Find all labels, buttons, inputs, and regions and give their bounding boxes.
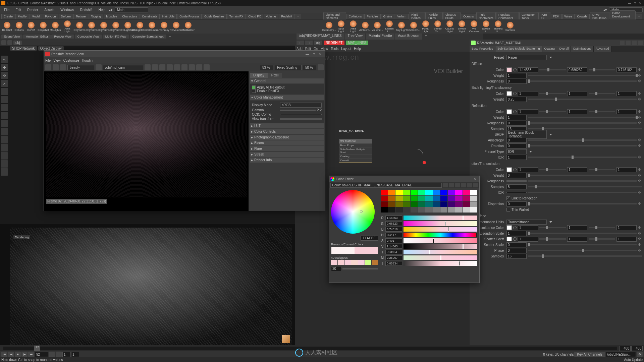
palette-swatch[interactable] — [448, 201, 455, 207]
num[interactable]: 1 — [567, 237, 587, 242]
palette-swatch[interactable] — [470, 201, 477, 207]
gear-icon[interactable]: ⚙ — [638, 231, 642, 235]
btn-icon[interactable] — [174, 64, 180, 70]
color-swatch[interactable] — [506, 109, 512, 114]
btn-icon[interactable] — [455, 183, 460, 187]
channel-slider[interactable] — [404, 244, 477, 249]
gear-icon[interactable]: ⚙ — [638, 226, 642, 230]
slider[interactable] — [539, 238, 566, 240]
help-icon[interactable] — [632, 41, 637, 45]
group-lut[interactable]: ▸ LUT — [250, 123, 324, 128]
color-swatch[interactable] — [506, 91, 512, 96]
hex-input[interactable]: FFAEBE — [361, 236, 378, 241]
updown-icon-r[interactable]: ▴▾ — [603, 8, 607, 12]
shelf-tab[interactable]: Constraints — [140, 14, 160, 19]
range-end-b[interactable]: 480 — [631, 346, 643, 351]
menu-assets[interactable]: Assets — [42, 7, 57, 12]
shelf-tab[interactable]: Polygon — [43, 14, 58, 19]
palette-swatch[interactable] — [448, 196, 455, 201]
palette-swatch[interactable] — [448, 207, 455, 213]
auto-update-dropdown[interactable]: Auto Update — [624, 358, 643, 362]
channel-value[interactable]: 0.74618 — [385, 227, 402, 232]
tool-select-icon[interactable]: ↖ — [1, 56, 8, 63]
analog-swatch[interactable] — [365, 260, 371, 265]
shelf-tab[interactable]: Cloud FX — [246, 14, 263, 19]
gamma-slider[interactable] — [280, 110, 316, 111]
slider[interactable] — [589, 238, 615, 240]
menu-edit[interactable]: Edit — [13, 7, 24, 12]
node-output-icon[interactable] — [423, 161, 426, 164]
palette-swatch[interactable] — [463, 201, 470, 207]
shelf-tab[interactable]: Oceans — [461, 14, 476, 19]
num[interactable]: 0 — [506, 173, 527, 178]
gear-icon[interactable]: ⚙ — [637, 352, 643, 357]
gear-icon[interactable]: ⚙ — [638, 144, 642, 148]
palette-swatch[interactable] — [411, 196, 418, 201]
shelf-tool[interactable]: Options — [13, 20, 25, 33]
slider[interactable] — [528, 122, 637, 124]
apply-checkbox[interactable] — [252, 85, 256, 89]
slider[interactable] — [528, 157, 637, 158]
link-icon[interactable] — [513, 168, 517, 171]
btn-icon[interactable] — [167, 64, 173, 70]
gear-icon[interactable]: ⚙ — [638, 243, 642, 247]
channel-slider[interactable] — [404, 233, 477, 237]
menu-file[interactable]: File — [1, 7, 12, 12]
orientation-cube-icon[interactable] — [282, 335, 290, 343]
num[interactable]: 0 — [506, 248, 527, 253]
slider[interactable] — [528, 80, 637, 82]
slider[interactable] — [528, 186, 642, 187]
loop-icon[interactable] — [56, 352, 62, 357]
palette-swatch[interactable] — [440, 190, 447, 195]
palette-swatch[interactable] — [411, 201, 418, 207]
slider[interactable] — [589, 169, 615, 170]
palette-swatch[interactable] — [411, 207, 418, 213]
panetab[interactable]: Scene View — [1, 35, 22, 39]
panetab[interactable]: Composite View — [75, 35, 102, 39]
play-button[interactable]: ▶ — [21, 352, 28, 357]
shelf-tab[interactable]: Rigging — [89, 14, 104, 19]
nodetab-add[interactable]: + — [423, 34, 429, 40]
link-icon[interactable] — [513, 68, 517, 71]
postfx-checkbox[interactable] — [252, 89, 256, 93]
group-bloom[interactable]: ▸ Bloom — [250, 140, 324, 145]
close-button[interactable]: ✕ — [638, 1, 643, 5]
tool-icon[interactable] — [1, 152, 8, 160]
shelf-tab[interactable]: Deform — [59, 14, 73, 19]
btn-icon[interactable] — [461, 183, 466, 187]
palette-swatch[interactable] — [395, 196, 402, 201]
group-colormgmt[interactable]: ▾ Color Management — [250, 95, 324, 100]
shelf-tool[interactable]: Switch Li... — [480, 20, 492, 33]
palette-swatch[interactable] — [440, 201, 447, 207]
zoom-input[interactable]: 83 % — [260, 65, 273, 70]
num[interactable] — [506, 192, 527, 193]
next-frame-button[interactable]: ⏭ — [28, 352, 34, 357]
panetab[interactable]: Geometry Spreadsheet — [130, 35, 166, 39]
num[interactable]: 0 — [506, 143, 527, 148]
shelf-add[interactable]: + — [636, 14, 642, 19]
slider[interactable] — [528, 175, 637, 176]
shelf-tool[interactable]: ObjParms — [110, 20, 121, 33]
shelf-tab[interactable]: FEM — [551, 14, 562, 19]
group-colorctrl[interactable]: ▸ Color Controls — [250, 129, 324, 134]
shelf-tool[interactable]: Portal Light — [420, 20, 431, 33]
palette-swatch[interactable] — [455, 196, 462, 201]
shelf-tab[interactable]: Redshift — [279, 14, 294, 19]
shelf-tool[interactable]: RSCamera — [146, 20, 158, 33]
path-crumb[interactable]: MAT_LINES — [346, 41, 368, 45]
palette-swatch[interactable] — [463, 207, 470, 213]
channel-slider[interactable] — [404, 216, 477, 220]
weight-input[interactable]: 1 — [506, 73, 527, 78]
nodetab[interactable]: Tree View — [345, 34, 365, 40]
num[interactable]: 0 — [506, 138, 527, 143]
palette-swatch[interactable] — [463, 190, 470, 195]
maximize-button[interactable]: □ — [633, 1, 637, 5]
slider[interactable] — [528, 75, 637, 76]
param-tab[interactable]: Optimizations — [571, 46, 594, 52]
gear-icon[interactable]: ⚙ — [638, 110, 642, 114]
shelf-tab[interactable]: Guide Process — [177, 14, 202, 19]
shelf-tool[interactable]: Snapshot — [38, 20, 49, 33]
help-icon[interactable] — [473, 183, 478, 187]
slider[interactable] — [528, 99, 637, 100]
slider[interactable] — [528, 180, 637, 182]
